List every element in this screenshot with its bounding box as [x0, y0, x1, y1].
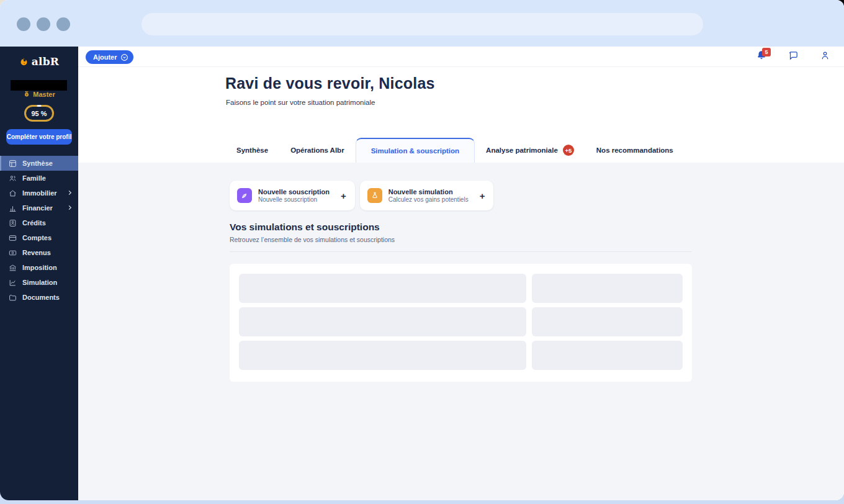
medal-icon — [23, 91, 30, 98]
sidebar-item-financier[interactable]: Financier — [0, 200, 78, 215]
sidebar-item-label: Revenus — [22, 249, 51, 256]
sidebar-item-immobilier[interactable]: Immobilier — [0, 186, 78, 200]
subscription-file-icon — [237, 188, 252, 203]
tab-label: Synthèse — [236, 146, 268, 154]
tab-label: Opérations Albr — [290, 146, 344, 154]
add-button-label: Ajouter — [93, 53, 117, 61]
account-button[interactable] — [820, 50, 830, 63]
address-bar[interactable] — [141, 13, 703, 35]
credit-document-icon — [9, 219, 17, 227]
complete-profile-button[interactable]: Compléter votre profil — [6, 129, 72, 145]
skeleton-block — [532, 341, 683, 370]
chevron-down-circle-icon — [120, 53, 128, 61]
window-control-dot[interactable] — [56, 17, 70, 31]
simulation-flask-icon — [367, 188, 382, 203]
sidebar: albR Master 95 % Compléter votre profil … — [0, 47, 78, 500]
skeleton-block — [532, 307, 683, 336]
tab-nos-recommandations[interactable]: Nos recommandations — [585, 138, 685, 163]
sidebar-nav: Synthèse Famille Immobilier Financier Cr… — [0, 156, 78, 305]
window-control-dot[interactable] — [17, 17, 30, 31]
page-title: Ravi de vous revoir, Nicolas — [225, 74, 435, 92]
family-icon — [9, 174, 17, 182]
profile-completion-badge: 95 % — [24, 105, 54, 122]
section-header: Vos simulations et souscriptions Retrouv… — [230, 222, 692, 243]
simulations-list-loading — [230, 264, 692, 382]
chevron-right-icon — [66, 204, 73, 211]
skeleton-block — [532, 274, 683, 303]
bank-icon — [9, 264, 17, 272]
sidebar-item-comptes[interactable]: Comptes — [0, 230, 78, 245]
sidebar-item-label: Documents — [22, 294, 60, 301]
section-subtitle: Retrouvez l’ensemble de vos simulations … — [230, 236, 692, 243]
tab-label: Simulation & souscription — [371, 147, 459, 155]
line-chart-icon — [9, 279, 17, 287]
bar-chart-icon — [9, 204, 17, 212]
card-title: Nouvelle souscription — [258, 188, 330, 196]
notifications-button[interactable]: 5 — [756, 50, 767, 63]
skeleton-block — [239, 341, 526, 370]
membership-level: Master — [0, 91, 78, 98]
browser-chrome — [0, 0, 844, 47]
membership-level-label: Master — [33, 91, 55, 98]
sidebar-item-simulation[interactable]: Simulation — [0, 275, 78, 290]
tab-label: Nos recommandations — [596, 146, 673, 154]
plus-icon[interactable]: + — [480, 191, 485, 201]
card-title: Nouvelle simulation — [388, 188, 469, 196]
logo-wordmark: albR — [32, 55, 59, 68]
tab-bar: Synthèse Opérations Albr Simulation & so… — [225, 138, 685, 163]
tab-synthese[interactable]: Synthèse — [225, 138, 279, 163]
sidebar-item-label: Crédits — [22, 219, 46, 227]
tab-analyse-patrimoniale[interactable]: Analyse patrimoniale +5 — [475, 138, 585, 163]
list-item — [239, 274, 683, 303]
new-simulation-card[interactable]: Nouvelle simulation Calculez vos gains p… — [360, 181, 494, 210]
app-window: albR Master 95 % Compléter votre profil … — [0, 0, 844, 500]
list-item — [239, 341, 683, 370]
tab-label: Analyse patrimoniale — [486, 146, 558, 154]
window-controls[interactable] — [17, 17, 70, 31]
flame-icon — [19, 56, 29, 67]
sidebar-item-famille[interactable]: Famille — [0, 171, 78, 186]
section-title: Vos simulations et souscriptions — [230, 222, 692, 233]
user-icon — [820, 50, 830, 61]
skeleton-block — [239, 307, 526, 336]
page-subtitle: Faisons le point sur votre situation pat… — [226, 99, 375, 106]
completion-value: 95 % — [31, 110, 47, 117]
main-area: Ajouter 5 Ravi de vous revoir, Nicolas F… — [78, 47, 844, 500]
topbar: Ajouter 5 — [78, 47, 844, 67]
tab-operations-albr[interactable]: Opérations Albr — [279, 138, 355, 163]
sidebar-item-label: Imposition — [22, 264, 57, 271]
sidebar-item-label: Synthèse — [22, 160, 53, 167]
notification-badge: 5 — [762, 48, 771, 56]
new-subscription-card[interactable]: Nouvelle souscription Nouvelle souscript… — [230, 181, 355, 210]
skeleton-block — [239, 274, 526, 303]
card-subtitle: Calculez vos gains potentiels — [388, 196, 469, 203]
chevron-right-icon — [66, 189, 73, 196]
dashboard-icon — [9, 160, 17, 168]
sidebar-item-revenus[interactable]: Revenus — [0, 245, 78, 260]
redacted-user-name — [11, 80, 67, 91]
sidebar-item-label: Famille — [22, 174, 46, 182]
list-item — [239, 307, 683, 336]
add-button[interactable]: Ajouter — [86, 50, 133, 64]
messages-button[interactable] — [788, 50, 799, 63]
sidebar-item-label: Simulation — [22, 279, 57, 286]
tab-simulation-souscription[interactable]: Simulation & souscription — [356, 138, 475, 163]
sidebar-item-label: Financier — [22, 204, 53, 212]
sidebar-item-credits[interactable]: Crédits — [0, 215, 78, 230]
window-control-dot[interactable] — [37, 17, 50, 31]
quick-action-cards: Nouvelle souscription Nouvelle souscript… — [230, 181, 493, 210]
sidebar-item-imposition[interactable]: Imposition — [0, 260, 78, 275]
banknote-icon — [9, 249, 17, 257]
sidebar-item-label: Immobilier — [22, 189, 57, 197]
folder-icon — [9, 294, 17, 302]
completion-tick — [37, 105, 42, 107]
section-divider — [230, 251, 692, 252]
house-icon — [9, 189, 17, 197]
credit-card-icon — [9, 234, 17, 242]
tab-count-badge: +5 — [563, 145, 574, 156]
chat-icon — [788, 50, 799, 61]
sidebar-item-synthese[interactable]: Synthèse — [0, 156, 78, 171]
plus-icon[interactable]: + — [341, 191, 346, 201]
sidebar-item-documents[interactable]: Documents — [0, 290, 78, 305]
app-logo[interactable]: albR — [0, 49, 78, 74]
